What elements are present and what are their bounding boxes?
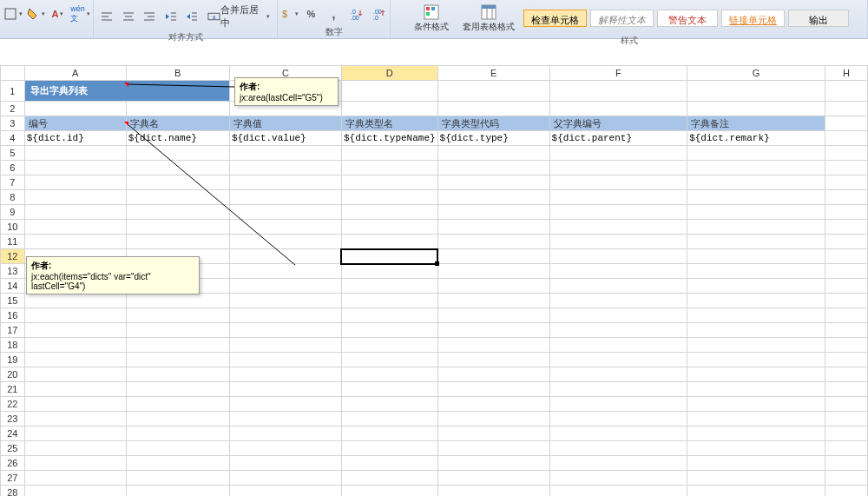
cell-H1[interactable] [825,81,867,102]
cell-D16[interactable] [341,308,437,323]
cell-H11[interactable] [825,235,867,249]
cell-F1[interactable] [549,81,687,102]
cell-G27[interactable] [687,471,825,486]
cell-B26[interactable] [126,456,229,471]
phonetic-button[interactable]: wén文▾ [70,4,91,23]
row-header-13[interactable]: 13 [1,264,25,279]
cell-C15[interactable] [229,294,341,308]
cell-B24[interactable] [126,427,229,441]
row-header-24[interactable]: 24 [1,427,25,441]
row-header-22[interactable]: 22 [1,397,25,412]
cell-B28[interactable] [126,486,229,497]
cell-E25[interactable] [437,441,549,456]
row-header-23[interactable]: 23 [1,412,25,427]
cell-C21[interactable] [229,382,341,397]
cell-D26[interactable] [341,456,437,471]
cell-B4[interactable]: ${dict.name} [126,131,229,146]
cell-A23[interactable] [24,412,126,427]
cell-F18[interactable] [549,338,687,353]
cell-C18[interactable] [229,338,341,353]
cell-B16[interactable] [126,308,229,323]
cell-C27[interactable] [229,471,341,486]
cell-C10[interactable] [229,220,341,235]
row-header-16[interactable]: 16 [1,308,25,323]
cell-C20[interactable] [229,367,341,382]
row-header-6[interactable]: 6 [1,161,25,175]
cell-B9[interactable] [126,205,229,220]
cell-F16[interactable] [549,308,687,323]
cell-H18[interactable] [825,338,867,353]
cell-D15[interactable] [341,294,437,308]
cell-A27[interactable] [24,471,126,486]
cell-G25[interactable] [687,441,825,456]
cell-C28[interactable] [229,486,341,497]
cell-F4[interactable]: ${dict.parent} [549,131,687,146]
row-header-12[interactable]: 12 [1,249,25,264]
row-header-2[interactable]: 2 [1,102,25,116]
cell-A20[interactable] [24,367,126,382]
row-header-7[interactable]: 7 [1,175,25,190]
cell-H10[interactable] [825,220,867,235]
cell-E17[interactable] [437,323,549,338]
cell-G5[interactable] [687,146,825,161]
cell-G19[interactable] [687,353,825,367]
cell-F10[interactable] [549,220,687,235]
cell-G18[interactable] [687,338,825,353]
cell-H25[interactable] [825,441,867,456]
cell-F22[interactable] [549,397,687,412]
cell-C26[interactable] [229,456,341,471]
cell-E3[interactable]: 字典类型代码 [437,116,549,131]
cell-A24[interactable] [24,427,126,441]
cell-A21[interactable] [24,382,126,397]
row-header-11[interactable]: 11 [1,235,25,249]
cell-D5[interactable] [341,146,437,161]
cell-E28[interactable] [437,486,549,497]
cell-H4[interactable] [825,131,867,146]
cell-D27[interactable] [341,471,437,486]
cell-E12[interactable] [437,249,549,264]
cell-D28[interactable] [341,486,437,497]
row-header-3[interactable]: 3 [1,116,25,131]
cell-C13[interactable] [229,264,341,279]
cell-E6[interactable] [437,161,549,175]
col-header-D[interactable]: D [341,66,437,81]
row-header-1[interactable]: 1 [1,81,25,102]
cell-C12[interactable] [229,249,341,264]
row-header-18[interactable]: 18 [1,338,25,353]
cell-F12[interactable] [549,249,687,264]
merge-center-button[interactable]: a合并后居中▾ [204,2,273,31]
cell-E24[interactable] [437,427,549,441]
cell-F20[interactable] [549,367,687,382]
cell-B8[interactable] [126,190,229,205]
cell-D1[interactable] [341,81,437,102]
cell-B25[interactable] [126,441,229,456]
cell-D8[interactable] [341,190,437,205]
style-explain-cell[interactable]: 解释性文本 [590,10,654,27]
cell-F17[interactable] [549,323,687,338]
cell-B19[interactable] [126,353,229,367]
select-all-corner[interactable] [1,66,25,81]
cell-D17[interactable] [341,323,437,338]
cell-H5[interactable] [825,146,867,161]
cell-B2[interactable] [126,102,229,116]
col-header-H[interactable]: H [825,66,867,81]
cell-C19[interactable] [229,353,341,367]
table-format-button[interactable]: 套用表格格式 [457,2,520,35]
cell-B5[interactable] [126,146,229,161]
cell-D2[interactable] [341,102,437,116]
cell-G4[interactable]: ${dict.remark} [687,131,825,146]
cell-H24[interactable] [825,427,867,441]
cell-E11[interactable] [437,235,549,249]
cell-H23[interactable] [825,412,867,427]
cell-H20[interactable] [825,367,867,382]
comment-box-1[interactable]: 作者: jx:area(lastCell="G5") [234,77,339,106]
cell-H12[interactable] [825,249,867,264]
cell-D19[interactable] [341,353,437,367]
comma-button[interactable]: , [324,4,345,23]
cell-A26[interactable] [24,456,126,471]
cell-B15[interactable] [126,294,229,308]
font-color-button[interactable]: A▾ [48,4,69,23]
row-header-20[interactable]: 20 [1,367,25,382]
cell-A18[interactable] [24,338,126,353]
cell-B18[interactable] [126,338,229,353]
